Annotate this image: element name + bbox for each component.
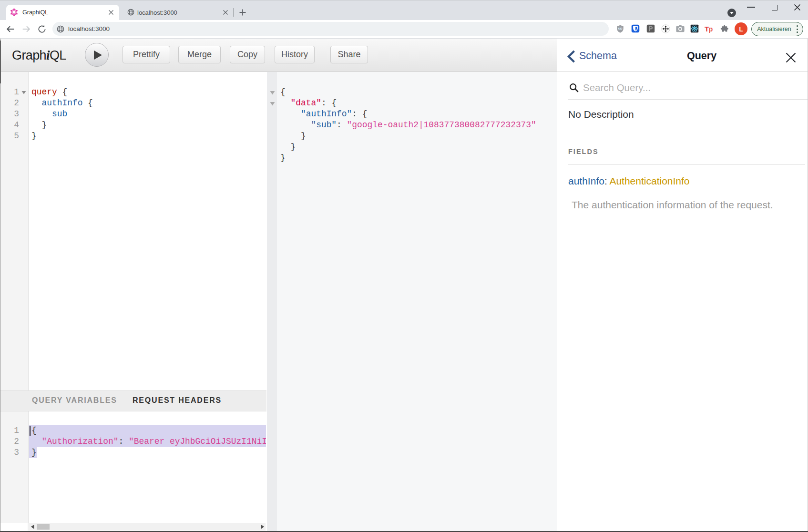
svg-text:UD: UD [618, 27, 623, 30]
